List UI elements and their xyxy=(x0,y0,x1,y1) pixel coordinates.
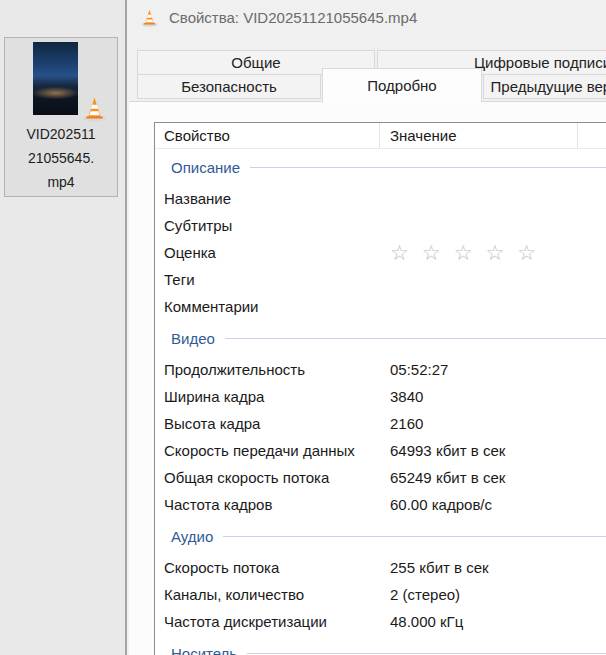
column-header-property[interactable]: Свойство xyxy=(155,123,380,148)
property-row[interactable]: Теги xyxy=(155,266,606,293)
property-value: 05:52:27 xyxy=(380,361,448,378)
property-label: Оценка xyxy=(155,244,380,261)
property-label: Высота кадра xyxy=(155,415,380,432)
property-row[interactable]: Высота кадра2160 xyxy=(155,410,606,437)
section-divider xyxy=(223,536,606,537)
property-row[interactable]: Оценка☆☆☆☆☆ xyxy=(155,239,606,266)
section-title: Носитель xyxy=(171,645,237,655)
file-tile-selected[interactable]: VID202511 21055645. mp4 xyxy=(4,37,118,197)
property-value: 3840 xyxy=(380,388,423,405)
details-list: Свойство Значение ОписаниеНазваниеСубтит… xyxy=(154,122,606,655)
file-name: VID202511 21055645. mp4 xyxy=(5,122,117,194)
section-header: Аудио xyxy=(155,518,606,554)
tab-security[interactable]: Безопасность xyxy=(137,74,321,99)
star-icon[interactable]: ☆ xyxy=(390,242,409,263)
vlc-cone-icon xyxy=(140,8,159,27)
property-value: 60.00 кадров/с xyxy=(380,496,492,513)
property-row[interactable]: Скорость передачи данных64993 кбит в сек xyxy=(155,437,606,464)
property-row[interactable]: Продолжительность05:52:27 xyxy=(155,356,606,383)
properties-dialog: Свойства: VID20251121055645.mp4 Общие Ци… xyxy=(125,0,606,655)
property-label: Частота кадров xyxy=(155,496,380,513)
property-row[interactable]: Ширина кадра3840 xyxy=(155,383,606,410)
property-label: Общая скорость потока xyxy=(155,469,380,486)
property-label: Название xyxy=(155,190,380,207)
property-label: Продолжительность xyxy=(155,361,380,378)
property-label: Скорость передачи данных xyxy=(155,442,380,459)
property-label: Ширина кадра xyxy=(155,388,380,405)
section-title: Аудио xyxy=(171,528,213,545)
dialog-titlebar[interactable]: Свойства: VID20251121055645.mp4 xyxy=(127,0,606,34)
star-icon[interactable]: ☆ xyxy=(485,242,504,263)
property-value: 255 кбит в сек xyxy=(380,559,489,576)
property-row[interactable]: Частота дискретизации48.000 кГц xyxy=(155,608,606,635)
section-header: Носитель xyxy=(155,635,606,655)
property-row[interactable]: Субтитры xyxy=(155,212,606,239)
property-row[interactable]: Скорость потока255 кбит в сек xyxy=(155,554,606,581)
section-title: Описание xyxy=(171,159,240,176)
details-tab-page: Свойство Значение ОписаниеНазваниеСубтит… xyxy=(129,101,606,655)
tab-previous-versions[interactable]: Предыдущие версии xyxy=(483,74,606,99)
star-icon[interactable]: ☆ xyxy=(454,242,473,263)
file-name-line: VID202511 xyxy=(5,122,117,146)
section-title: Видео xyxy=(171,330,215,347)
property-value: 64993 кбит в сек xyxy=(380,442,505,459)
video-thumbnail xyxy=(33,42,78,115)
property-label: Скорость потока xyxy=(155,559,380,576)
star-icon[interactable]: ☆ xyxy=(517,242,536,263)
property-label: Частота дискретизации xyxy=(155,613,380,630)
details-list-header[interactable]: Свойство Значение xyxy=(155,123,606,149)
property-label: Каналы, количество xyxy=(155,586,380,603)
property-value: 2 (стерео) xyxy=(380,586,460,603)
property-row[interactable]: Частота кадров60.00 кадров/с xyxy=(155,491,606,518)
property-label: Комментарии xyxy=(155,298,380,315)
rating-stars[interactable]: ☆☆☆☆☆ xyxy=(380,242,549,263)
property-row[interactable]: Каналы, количество2 (стерео) xyxy=(155,581,606,608)
section-header: Описание xyxy=(155,149,606,185)
property-value: 65249 кбит в сек xyxy=(380,469,505,486)
star-icon[interactable]: ☆ xyxy=(422,242,441,263)
property-row[interactable]: Комментарии xyxy=(155,293,606,320)
file-name-line: mp4 xyxy=(5,170,117,194)
property-row[interactable]: Название xyxy=(155,185,606,212)
section-divider xyxy=(225,338,606,339)
section-divider xyxy=(250,167,606,168)
property-label: Теги xyxy=(155,271,380,288)
file-name-line: 21055645. xyxy=(5,146,117,170)
property-label: Субтитры xyxy=(155,217,380,234)
vlc-cone-icon xyxy=(81,94,108,123)
dialog-title: Свойства: VID20251121055645.mp4 xyxy=(169,9,417,26)
column-header-value[interactable]: Значение xyxy=(380,123,578,148)
property-value: 48.000 кГц xyxy=(380,613,463,630)
tab-details-active[interactable]: Подробно xyxy=(322,68,482,102)
details-list-body: ОписаниеНазваниеСубтитрыОценка☆☆☆☆☆ТегиК… xyxy=(155,149,606,655)
section-divider xyxy=(247,653,606,654)
property-value: 2160 xyxy=(380,415,423,432)
section-header: Видео xyxy=(155,320,606,356)
property-row[interactable]: Общая скорость потока65249 кбит в сек xyxy=(155,464,606,491)
